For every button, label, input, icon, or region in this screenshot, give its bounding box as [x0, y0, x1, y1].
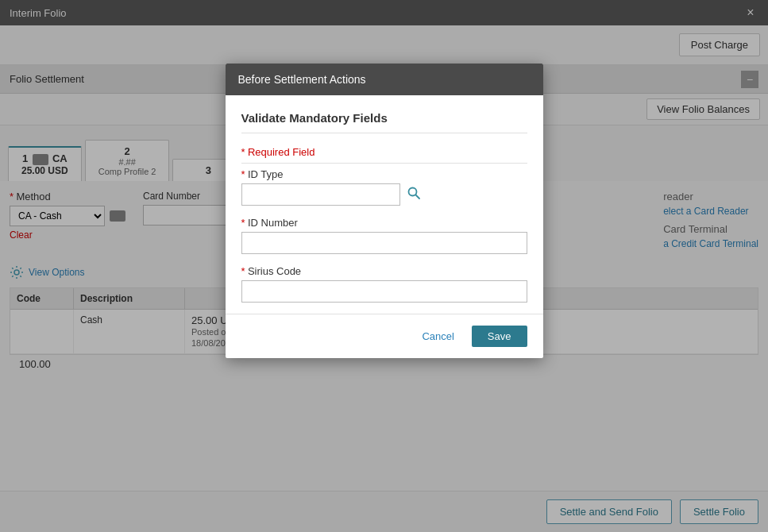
modal-title: Validate Mandatory Fields	[241, 111, 527, 133]
id-type-input[interactable]	[241, 183, 400, 206]
search-icon	[407, 186, 421, 200]
svg-line-2	[415, 195, 419, 199]
required-field-label: * Required Field	[241, 146, 527, 164]
save-button[interactable]: Save	[472, 326, 527, 347]
id-type-label: * ID Type	[241, 168, 527, 180]
modal-header: Before Settlement Actions	[226, 64, 543, 95]
main-window: Interim Folio × Post Charge Folio Settle…	[0, 0, 768, 532]
id-type-search-button[interactable]	[407, 186, 421, 203]
modal-overlay: Before Settlement Actions Validate Manda…	[0, 0, 768, 532]
id-number-label: * ID Number	[241, 217, 527, 229]
id-number-input[interactable]	[241, 232, 527, 254]
sirius-code-label: * Sirius Code	[241, 265, 527, 277]
before-settlement-modal: Before Settlement Actions Validate Manda…	[226, 64, 543, 358]
cancel-button[interactable]: Cancel	[412, 326, 463, 347]
id-type-input-row	[241, 183, 527, 206]
sirius-code-group: * Sirius Code	[241, 265, 527, 303]
id-type-group: * ID Type	[241, 168, 527, 206]
sirius-code-input[interactable]	[241, 280, 527, 303]
modal-body: Validate Mandatory Fields * Required Fie…	[226, 95, 543, 303]
modal-footer: Cancel Save	[226, 314, 543, 358]
id-number-group: * ID Number	[241, 217, 527, 254]
